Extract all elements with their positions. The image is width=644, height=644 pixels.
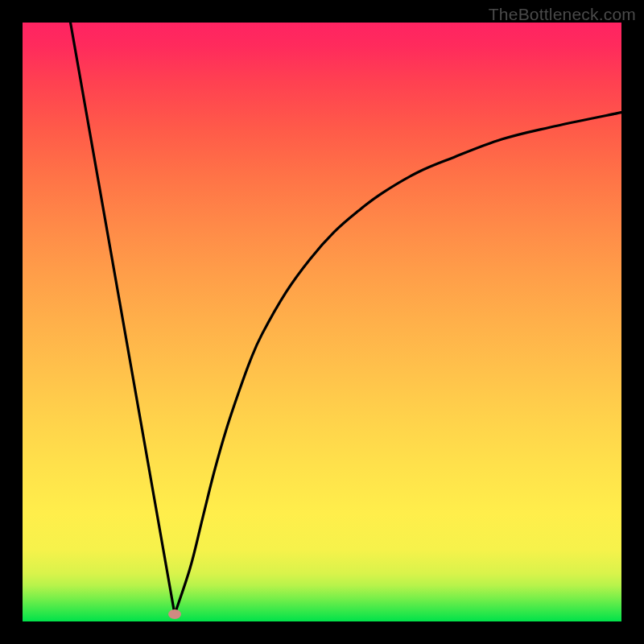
watermark-text: TheBottleneck.com <box>489 5 636 24</box>
chart-line-layer <box>23 23 621 621</box>
minimum-marker <box>168 609 181 619</box>
right-branch-line <box>175 113 621 614</box>
chart-frame <box>23 23 621 621</box>
left-branch-line <box>71 23 175 614</box>
